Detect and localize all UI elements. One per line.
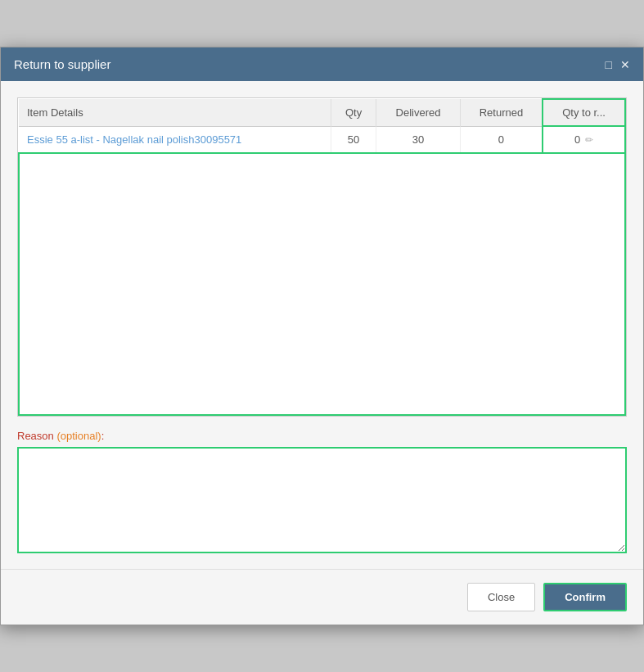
- reason-optional-text: (optional): [56, 430, 101, 442]
- dialog-body: Item Details Qty Delivered Returned Qty …: [1, 81, 643, 556]
- qty-to-return-value: 0: [574, 133, 580, 146]
- dialog-header-icons: □ ✕: [606, 58, 630, 71]
- table-row: Essie 55 a-list - Nagellak nail polish30…: [19, 126, 625, 153]
- return-to-supplier-dialog: Return to supplier □ ✕ Item Details Qty …: [0, 47, 644, 625]
- col-header-item-details: Item Details: [19, 99, 331, 126]
- item-details-cell: Essie 55 a-list - Nagellak nail polish30…: [19, 126, 331, 153]
- items-table-container: Item Details Qty Delivered Returned Qty …: [17, 97, 627, 417]
- col-header-delivered: Delivered: [376, 99, 460, 126]
- qty-cell: 50: [331, 126, 376, 153]
- close-icon[interactable]: ✕: [620, 58, 630, 71]
- item-link[interactable]: Essie 55 a-list - Nagellak nail polish30…: [27, 133, 241, 146]
- dialog-header: Return to supplier □ ✕: [1, 47, 643, 81]
- reason-textarea[interactable]: [17, 447, 627, 553]
- reason-label: Reason (optional):: [17, 430, 627, 442]
- returned-cell: 0: [460, 126, 543, 153]
- empty-rows: [19, 153, 625, 415]
- reason-label-text: Reason: [17, 430, 56, 442]
- confirm-button[interactable]: Confirm: [543, 583, 627, 611]
- delivered-cell: 30: [376, 126, 460, 153]
- maximize-icon[interactable]: □: [606, 58, 612, 71]
- col-header-qty-to-return: Qty to r...: [543, 99, 625, 126]
- reason-section: Reason (optional):: [17, 430, 627, 556]
- dialog-footer: Close Confirm: [1, 569, 643, 625]
- qty-to-return-cell: 0 ✏: [543, 126, 625, 153]
- dialog-title: Return to supplier: [14, 57, 110, 71]
- edit-icon[interactable]: ✏: [585, 134, 593, 146]
- col-header-returned: Returned: [460, 99, 543, 126]
- items-table: Item Details Qty Delivered Returned Qty …: [18, 98, 626, 416]
- close-button[interactable]: Close: [467, 583, 535, 611]
- col-header-qty: Qty: [331, 99, 376, 126]
